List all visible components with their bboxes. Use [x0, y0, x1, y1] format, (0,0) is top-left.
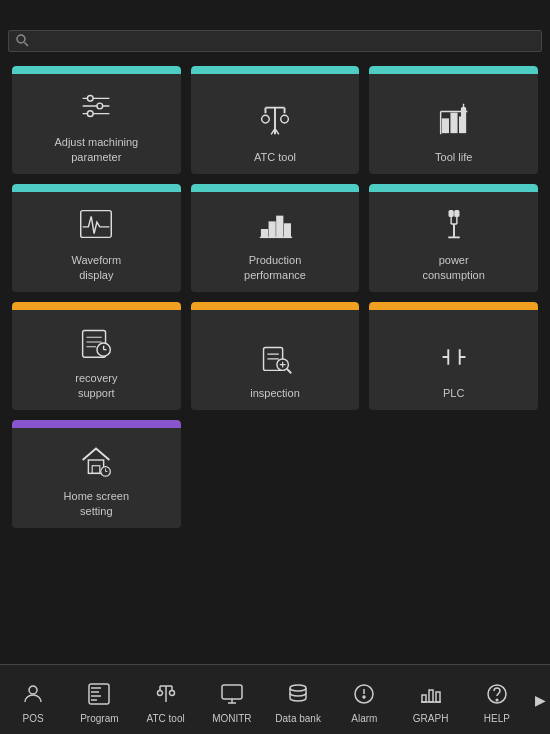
plc-label: PLC [443, 386, 464, 400]
grid-item-bar [369, 184, 538, 192]
svg-rect-21 [461, 107, 465, 117]
data-bank-nav-label: Data bank [275, 713, 321, 724]
nav-item-atc-tool[interactable]: ATC tool [133, 665, 199, 734]
svg-rect-71 [222, 685, 242, 699]
atc-tool-nav-icon [154, 682, 178, 710]
svg-rect-27 [285, 224, 291, 237]
graph-nav-label: GRAPH [413, 713, 449, 724]
production-performance-icon [254, 193, 296, 253]
tool-life-label: Tool life [435, 150, 472, 164]
monitr-nav-label: MONITR [212, 713, 251, 724]
adjust-machining-parameter-label: Adjust machiningparameter [54, 135, 138, 164]
help-nav-label: HELP [484, 713, 510, 724]
svg-point-12 [262, 115, 270, 123]
nav-item-graph[interactable]: GRAPH [398, 665, 464, 734]
program-nav-label: Program [80, 713, 118, 724]
home-screen-setting-icon [75, 429, 117, 489]
waveform-display-icon [75, 193, 117, 253]
home-screen-setting-label: Home screensetting [64, 489, 129, 518]
grid-item-bar [369, 302, 538, 310]
svg-rect-64 [89, 684, 109, 704]
recovery-support-label: recoverysupport [75, 371, 117, 400]
grid-item-inspection[interactable]: inspection [191, 302, 360, 410]
grid-item-plc[interactable]: PLC [369, 302, 538, 410]
svg-rect-18 [459, 117, 465, 132]
svg-rect-25 [269, 222, 275, 237]
atc-tool-nav-label: ATC tool [147, 713, 185, 724]
monitr-nav-icon [220, 682, 244, 710]
svg-point-7 [88, 111, 94, 117]
grid-item-bar [12, 420, 181, 428]
grid-item-bar [12, 184, 181, 192]
grid-item-bar [12, 302, 181, 310]
search-bar[interactable] [8, 30, 542, 52]
svg-rect-16 [442, 119, 448, 132]
program-nav-icon [87, 682, 111, 710]
alarm-nav-label: Alarm [351, 713, 377, 724]
grid-item-tool-life[interactable]: Tool life [369, 66, 538, 174]
inspection-icon [254, 326, 296, 386]
svg-rect-80 [436, 692, 440, 702]
grid-item-recovery-support[interactable]: recoverysupport [12, 302, 181, 410]
power-consumption-icon [433, 193, 475, 253]
svg-rect-26 [277, 217, 283, 238]
nav-item-help[interactable]: HELP [464, 665, 530, 734]
nav-arrow[interactable]: ▶ [530, 665, 550, 734]
inspection-label: inspection [250, 386, 300, 400]
svg-rect-78 [422, 695, 426, 702]
atc-tool-label: ATC tool [254, 150, 296, 164]
svg-rect-24 [262, 230, 268, 238]
header [0, 0, 550, 28]
waveform-display-label: Waveformdisplay [71, 253, 121, 282]
grid-item-adjust-machining-parameter[interactable]: Adjust machiningparameter [12, 66, 181, 174]
recovery-support-icon [75, 311, 117, 371]
svg-point-69 [157, 690, 162, 695]
nav-item-monitr[interactable]: MONITR [199, 665, 265, 734]
grid-item-bar [369, 66, 538, 74]
production-performance-label: Productionperformance [244, 253, 306, 282]
app-grid: Adjust machiningparameter ATC tool Tool … [0, 56, 550, 538]
bottom-nav: POS Program ATC tool MONITR [0, 664, 550, 734]
svg-point-83 [496, 699, 498, 701]
grid-item-bar [12, 66, 181, 74]
plc-icon [433, 326, 475, 386]
svg-point-77 [363, 696, 365, 698]
svg-point-5 [88, 96, 94, 102]
svg-point-74 [290, 685, 306, 691]
svg-rect-79 [429, 690, 433, 702]
adjust-machining-parameter-icon [75, 75, 117, 135]
svg-point-70 [169, 690, 174, 695]
svg-rect-17 [451, 113, 457, 132]
grid-item-bar [191, 184, 360, 192]
alarm-nav-icon [352, 682, 376, 710]
data-bank-nav-icon [286, 682, 310, 710]
svg-point-0 [17, 35, 25, 43]
pos-nav-label: POS [23, 713, 44, 724]
grid-item-bar [191, 66, 360, 74]
power-consumption-label: powerconsumption [422, 253, 484, 282]
svg-line-1 [25, 42, 29, 46]
nav-item-data-bank[interactable]: Data bank [265, 665, 331, 734]
atc-tool-icon [254, 90, 296, 150]
svg-rect-55 [93, 466, 101, 474]
nav-item-pos[interactable]: POS [0, 665, 66, 734]
pos-nav-icon [21, 682, 45, 710]
nav-item-alarm[interactable]: Alarm [331, 665, 397, 734]
grid-item-bar [191, 302, 360, 310]
grid-item-waveform-display[interactable]: Waveformdisplay [12, 184, 181, 292]
help-nav-icon [485, 682, 509, 710]
grid-item-home-screen-setting[interactable]: Home screensetting [12, 420, 181, 528]
svg-point-6 [97, 104, 103, 110]
grid-item-atc-tool[interactable]: ATC tool [191, 66, 360, 174]
nav-item-program[interactable]: Program [66, 665, 132, 734]
grid-item-power-consumption[interactable]: powerconsumption [369, 184, 538, 292]
grid-item-production-performance[interactable]: Productionperformance [191, 184, 360, 292]
graph-nav-icon [419, 682, 443, 710]
svg-point-59 [29, 686, 37, 694]
svg-line-47 [287, 369, 291, 373]
svg-point-13 [281, 115, 289, 123]
search-icon [15, 33, 29, 50]
tool-life-icon [433, 90, 475, 150]
